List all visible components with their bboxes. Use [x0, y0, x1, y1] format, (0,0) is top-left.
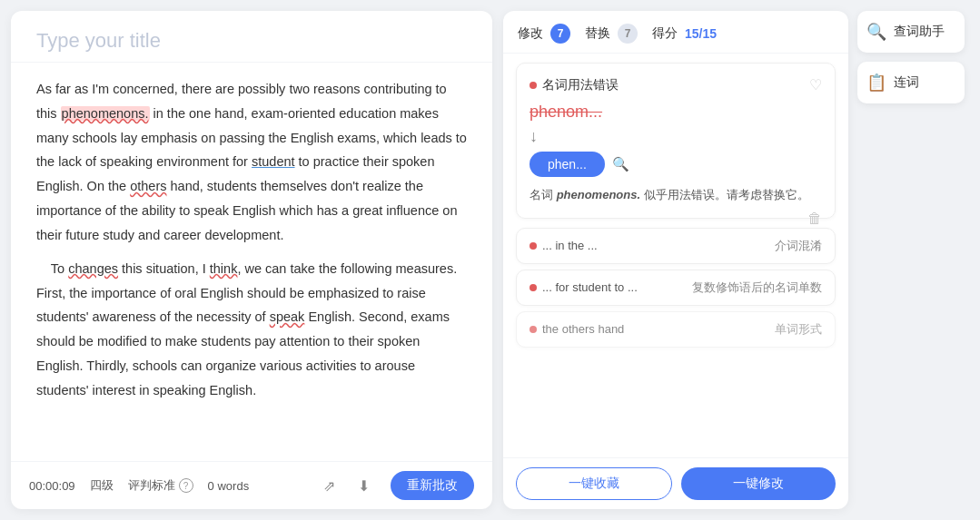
correction-row: phen... 🔍 [530, 152, 822, 177]
level-badge: 四级 [90, 477, 114, 494]
error-word-others[interactable]: others [130, 179, 166, 193]
error-word-speak[interactable]: speak [270, 309, 305, 324]
share-icon[interactable]: ⇗ [316, 473, 342, 498]
dict-helper-button[interactable]: 🔍 查词助手 [857, 11, 965, 53]
score-value: 15/15 [685, 26, 717, 41]
heart-icon[interactable]: ♡ [809, 76, 822, 93]
score-label: 得分 [652, 25, 678, 42]
correction-button[interactable]: phen... [530, 152, 605, 177]
middle-header: 修改 7 替换 7 得分 15/15 [503, 11, 848, 54]
dict-helper-label: 查词助手 [894, 24, 945, 40]
standard-label[interactable]: 评判标准 ? [128, 477, 193, 494]
search-icon[interactable]: 🔍 [612, 156, 629, 172]
error-dot [530, 284, 537, 291]
minor-error-1[interactable]: ... in the ... 介词混淆 [516, 228, 836, 264]
error-type-1: 介词混淆 [775, 238, 822, 254]
middle-footer: 一键收藏 一键修改 [503, 457, 848, 509]
delete-icon[interactable]: 🗑 [807, 211, 822, 227]
tab-modify-badge: 7 [550, 24, 570, 44]
editor-content[interactable]: As far as I'm concerned, there are possi… [11, 63, 492, 461]
error-context-3: the others hand [542, 322, 767, 336]
error-type-2: 复数修饰语后的名词单数 [692, 280, 822, 296]
minor-error-3[interactable]: the others hand 单词形式 [516, 311, 836, 348]
middle-body: 名词用法错误 ♡ phenom... ↓ phen... 🔍 名词 phenom… [503, 54, 848, 457]
recheck-button[interactable]: 重新批改 [391, 471, 474, 500]
conjunction-label: 连词 [894, 74, 919, 91]
editor-footer: 00:00:09 四级 评判标准 ? 0 words ⇗ ⬇ 重新批改 [11, 461, 492, 509]
search-icon: 🔍 [866, 22, 886, 42]
fix-button[interactable]: 一键修改 [681, 467, 836, 500]
error-dot [530, 242, 537, 250]
error-type-3: 单词形式 [775, 321, 822, 338]
main-error-card: 名词用法错误 ♡ phenom... ↓ phen... 🔍 名词 phenom… [516, 63, 836, 219]
tab-replace-badge: 7 [618, 24, 638, 44]
error-context-2: ... for student to ... [542, 280, 685, 294]
error-dot [530, 82, 537, 89]
collect-button[interactable]: 一键收藏 [516, 467, 672, 500]
tab-replace[interactable]: 替换 [585, 25, 610, 42]
wrong-word: phenom... [530, 103, 822, 122]
error-description: 名词 phenomenons. 似乎用法错误。请考虑替换它。 [530, 188, 809, 201]
word-count: 0 words [208, 479, 250, 493]
question-icon[interactable]: ? [179, 478, 193, 493]
clipboard-icon: 📋 [866, 73, 886, 93]
editor-title[interactable]: Type your title [11, 11, 492, 63]
tab-modify[interactable]: 修改 [518, 25, 543, 42]
error-word-phenomenons[interactable]: phenomenons. [61, 106, 150, 121]
right-panel: 🔍 查词助手 📋 连词 [854, 0, 972, 520]
arrow-down-icon: ↓ [530, 127, 822, 146]
minor-error-2[interactable]: ... for student to ... 复数修饰语后的名词单数 [516, 270, 836, 306]
error-context-1: ... in the ... [542, 239, 767, 252]
error-word-think[interactable]: think [210, 261, 238, 276]
correction-panel: 修改 7 替换 7 得分 15/15 名词用法错误 ♡ phenom... ↓ … [503, 11, 848, 509]
download-icon[interactable]: ⬇ [351, 473, 376, 498]
error-title: 名词用法错误 [542, 77, 619, 93]
error-card-header: 名词用法错误 ♡ [530, 76, 822, 93]
footer-icons: ⇗ ⬇ [316, 473, 376, 498]
editor-panel: Type your title As far as I'm concerned,… [11, 11, 492, 509]
timer: 00:00:09 [29, 479, 75, 493]
conjunction-button[interactable]: 📋 连词 [857, 62, 965, 103]
error-dot [530, 326, 537, 333]
error-word-changes[interactable]: changes [68, 261, 118, 276]
error-word-student[interactable]: student [252, 154, 295, 169]
